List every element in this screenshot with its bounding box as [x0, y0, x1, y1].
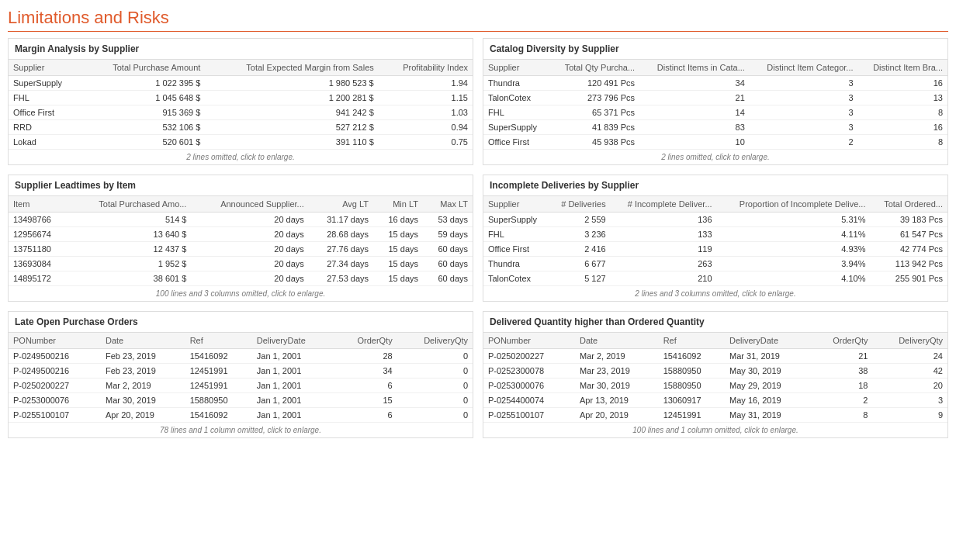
table-row: 13498766514 $20 days31.17 days16 days53 …: [9, 213, 473, 227]
panel-margin-analysis-title: Margin Analysis by Supplier: [9, 39, 473, 60]
omit-note-row[interactable]: 2 lines omitted, click to enlarge.: [483, 150, 947, 165]
table-cell: 6 677: [549, 257, 611, 271]
panel-supplier-leadtimes: Supplier Leadtimes by Item Item Total Pu…: [8, 175, 473, 302]
omit-note[interactable]: 78 lines and 1 column omitted, click to …: [9, 423, 473, 438]
table-cell: 210: [611, 271, 717, 286]
panel-late-open-po-title: Late Open Purchase Orders: [9, 312, 473, 333]
table-cell: 27.34 days: [309, 257, 373, 271]
table-cell: 59 days: [423, 227, 473, 242]
table-cell: 3: [750, 91, 858, 105]
table-cell: 532 106 $: [82, 120, 205, 135]
col-supplier: Supplier: [9, 60, 82, 76]
table-cell: Mar 2, 2019: [101, 379, 185, 393]
col-total-qty: Total Qty Purcha...: [549, 60, 639, 76]
table-cell: 83: [639, 120, 750, 135]
table-cell: 915 369 $: [82, 105, 205, 120]
table-cell: Jan 1, 2001: [252, 364, 334, 379]
table-cell: 136: [611, 213, 717, 227]
table-row: P-0255100107Apr 20, 201912451991May 31, …: [483, 408, 947, 423]
table-cell: 1 022 395 $: [82, 76, 205, 91]
col-total-purchase: Total Purchase Amount: [82, 60, 205, 76]
table-row: P-0250200227Mar 2, 201915416092Mar 31, 2…: [483, 349, 947, 364]
table-cell: 1 200 281 $: [205, 91, 378, 105]
col-max-lt: Max LT: [423, 196, 473, 213]
table-cell: 15 days: [373, 242, 423, 257]
omit-note-row[interactable]: 100 lines and 3 columns omitted, click t…: [9, 286, 473, 302]
table-row: RRD532 106 $527 212 $0.94: [9, 120, 473, 135]
table-cell: May 29, 2019: [725, 379, 810, 393]
table-cell: 20 days: [191, 271, 308, 286]
table-row: FHL65 371 Pcs1438: [483, 105, 947, 120]
table-cell: 255 901 Pcs: [870, 271, 947, 286]
table-row: 1295667413 640 $20 days28.68 days15 days…: [9, 227, 473, 242]
table-row: 1489517238 601 $20 days27.53 days15 days…: [9, 271, 473, 286]
table-row: P-0255100107Apr 20, 201915416092Jan 1, 2…: [9, 408, 473, 423]
table-cell: 15880950: [185, 393, 252, 408]
table-cell: 12451991: [659, 408, 725, 423]
table-cell: 15: [334, 393, 397, 408]
omit-note-row[interactable]: 78 lines and 1 column omitted, click to …: [9, 423, 473, 438]
col-dh-delivery-qty: DeliveryQty: [872, 333, 947, 349]
table-row: SuperSupply41 839 Pcs83316: [483, 120, 947, 135]
table-cell: 2 416: [549, 242, 611, 257]
table-cell: 45 938 Pcs: [549, 135, 639, 150]
table-cell: TalonCotex: [483, 91, 549, 105]
supplier-leadtimes-table: Item Total Purchased Amo... Announced Su…: [9, 196, 473, 301]
table-cell: 27.76 days: [309, 242, 373, 257]
omit-note[interactable]: 2 lines and 3 columns omitted, click to …: [483, 286, 947, 302]
table-cell: 1.94: [379, 76, 473, 91]
table-cell: 12956674: [9, 227, 68, 242]
table-cell: Mar 30, 2019: [575, 379, 659, 393]
table-cell: 16: [858, 76, 947, 91]
panel-late-open-po: Late Open Purchase Orders PONumber Date …: [8, 311, 473, 438]
table-cell: Office First: [9, 105, 82, 120]
panel-delivered-higher: Delivered Quantity higher than Ordered Q…: [483, 311, 948, 438]
table-cell: 20 days: [191, 213, 308, 227]
omit-note-row[interactable]: 100 lines and 1 column omitted, click to…: [483, 423, 947, 438]
table-cell: P-0255100107: [483, 408, 575, 423]
table-cell: Apr 20, 2019: [575, 408, 659, 423]
omit-note[interactable]: 2 lines omitted, click to enlarge.: [483, 150, 947, 165]
col-dh-date: Date: [575, 333, 659, 349]
omit-note-row[interactable]: 2 lines omitted, click to enlarge.: [9, 150, 473, 165]
col-total-purch: Total Purchased Amo...: [68, 196, 191, 213]
table-cell: Feb 23, 2019: [101, 349, 185, 364]
table-cell: 15 days: [373, 257, 423, 271]
table-cell: Mar 2, 2019: [575, 349, 659, 364]
panel-margin-analysis: Margin Analysis by Supplier Supplier Tot…: [8, 38, 473, 165]
omit-note-row[interactable]: 2 lines and 3 columns omitted, click to …: [483, 286, 947, 302]
table-cell: 1 045 648 $: [82, 91, 205, 105]
table-cell: 12451991: [185, 379, 252, 393]
table-cell: 13498766: [9, 213, 68, 227]
omit-note[interactable]: 2 lines omitted, click to enlarge.: [9, 150, 473, 165]
table-cell: 61 547 Pcs: [870, 227, 947, 242]
page-title: Limitations and Risks: [8, 8, 948, 32]
col-cd-supplier: Supplier: [483, 60, 549, 76]
table-cell: 4.10%: [717, 271, 871, 286]
col-delivery-qty: DeliveryQty: [397, 333, 473, 349]
table-row: P-0253000076Mar 30, 201915880950Jan 1, 2…: [9, 393, 473, 408]
table-cell: 2: [810, 393, 872, 408]
table-cell: 8: [810, 408, 872, 423]
table-cell: P-0253000076: [483, 379, 575, 393]
table-cell: 24: [872, 349, 947, 364]
table-cell: 12 437 $: [68, 242, 191, 257]
table-cell: 0: [397, 408, 473, 423]
table-cell: 3: [750, 76, 858, 91]
table-cell: Apr 20, 2019: [101, 408, 185, 423]
table-cell: 3.94%: [717, 257, 871, 271]
col-min-lt: Min LT: [373, 196, 423, 213]
table-cell: Office First: [483, 242, 549, 257]
incomplete-deliveries-table: Supplier # Deliveries # Incomplete Deliv…: [483, 196, 947, 301]
table-cell: P-0249500216: [9, 364, 101, 379]
table-cell: 6: [334, 379, 397, 393]
col-proportion: Proportion of Incomplete Delive...: [717, 196, 871, 213]
omit-note[interactable]: 100 lines and 3 columns omitted, click t…: [9, 286, 473, 302]
table-row: Thundra120 491 Pcs34316: [483, 76, 947, 91]
omit-note[interactable]: 100 lines and 1 column omitted, click to…: [483, 423, 947, 438]
table-cell: 3: [750, 120, 858, 135]
table-row: P-0252300078Mar 23, 201915880950May 30, …: [483, 364, 947, 379]
table-row: Office First45 938 Pcs1028: [483, 135, 947, 150]
panel-delivered-higher-title: Delivered Quantity higher than Ordered Q…: [483, 312, 947, 333]
table-cell: 527 212 $: [205, 120, 378, 135]
